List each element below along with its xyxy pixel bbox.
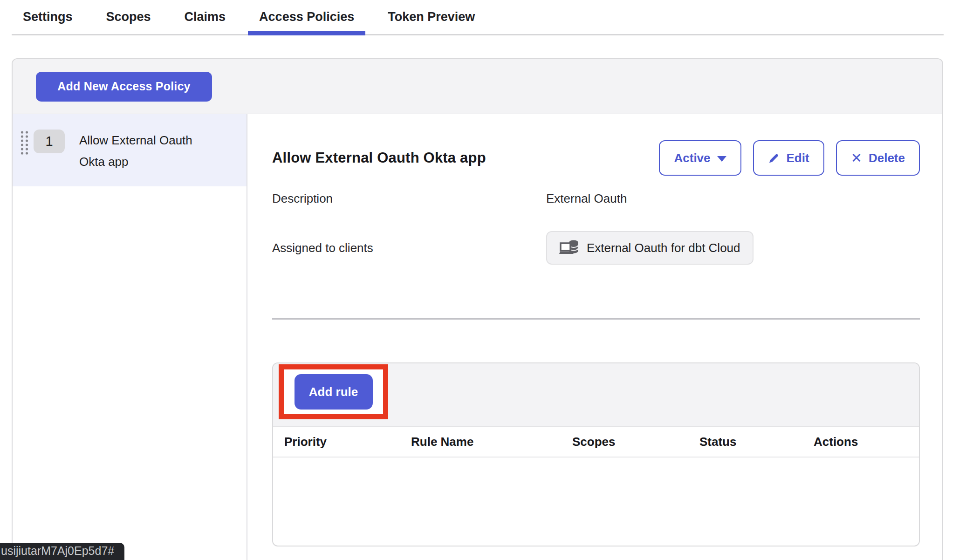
pencil-icon: [768, 152, 780, 164]
policy-priority-badge: 1: [34, 130, 65, 153]
assigned-client-name: External Oauth for dbt Cloud: [587, 241, 740, 255]
rules-table-header: Priority Rule Name Scopes Status Actions: [273, 427, 919, 458]
add-rule-button[interactable]: Add rule: [295, 374, 373, 410]
delete-button[interactable]: ✕ Delete: [836, 140, 920, 176]
tab-token-preview[interactable]: Token Preview: [377, 0, 486, 34]
tab-claims[interactable]: Claims: [173, 0, 237, 34]
close-icon: ✕: [851, 151, 862, 165]
policy-list-item[interactable]: 1 Allow External Oauth Okta app: [13, 114, 247, 186]
policy-list-item-label: Allow External Oauth Okta app: [79, 130, 214, 172]
highlight-annotation-box: Add rule: [279, 364, 388, 419]
column-header-priority: Priority: [284, 435, 411, 449]
link-preview-tooltip: usijiutarM7Aj0Ep5d7#: [0, 543, 124, 560]
section-divider: [272, 318, 920, 320]
tab-scopes[interactable]: Scopes: [95, 0, 162, 34]
tab-access-policies[interactable]: Access Policies: [248, 0, 365, 34]
link-preview-text: usijiutarM7Aj0Ep5d7#: [1, 544, 114, 558]
policy-title: Allow External Oauth Okta app: [272, 150, 647, 166]
drag-handle-icon[interactable]: [20, 130, 29, 157]
rules-table-card: Add rule Priority Rule Name Scopes Statu…: [272, 362, 920, 546]
status-dropdown-label: Active: [674, 151, 710, 165]
add-new-access-policy-button[interactable]: Add New Access Policy: [36, 72, 212, 102]
description-value: External Oauth: [546, 191, 920, 206]
column-header-status: Status: [699, 435, 814, 449]
edit-button[interactable]: Edit: [753, 140, 824, 176]
description-label: Description: [272, 191, 546, 206]
access-policies-panel: Add New Access Policy: [12, 58, 943, 560]
edit-button-label: Edit: [787, 151, 809, 165]
status-dropdown-button[interactable]: Active: [659, 140, 741, 176]
chevron-down-icon: [717, 156, 726, 162]
policy-list-sidebar: 1 Allow External Oauth Okta app: [13, 114, 247, 560]
rules-toolbar: Add rule: [273, 363, 919, 427]
computer-database-icon: [559, 239, 580, 257]
tab-bar: Settings Scopes Claims Access Policies T…: [12, 0, 944, 35]
assigned-client-chip[interactable]: External Oauth for dbt Cloud: [546, 231, 754, 265]
column-header-rule-name: Rule Name: [411, 435, 572, 449]
assigned-clients-label: Assigned to clients: [272, 241, 546, 255]
rules-table-body-empty: [273, 458, 919, 545]
panel-toolbar: Add New Access Policy: [13, 59, 942, 114]
policy-detail: Allow External Oauth Okta app Active Edi…: [247, 114, 942, 560]
tab-settings[interactable]: Settings: [12, 0, 84, 34]
delete-button-label: Delete: [869, 151, 905, 165]
column-header-scopes: Scopes: [572, 435, 699, 449]
column-header-actions: Actions: [814, 435, 908, 449]
